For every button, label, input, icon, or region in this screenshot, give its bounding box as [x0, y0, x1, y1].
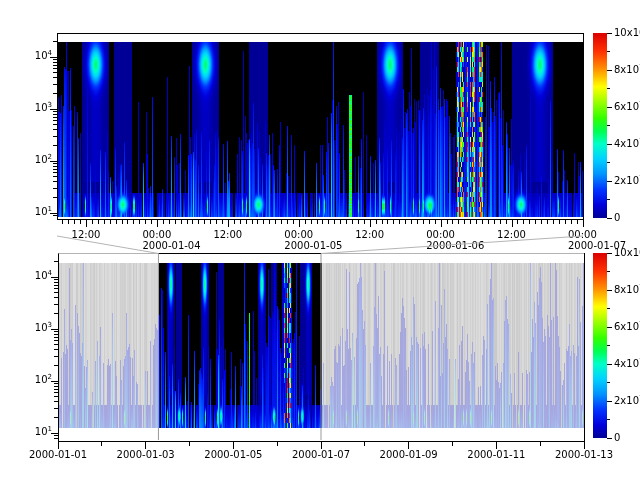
colorbar-tick	[607, 218, 612, 219]
y-tick-major	[51, 433, 58, 434]
x-tick-label: 12:00	[213, 229, 283, 240]
detail-colorbar[interactable]	[593, 33, 607, 218]
x-tick-minor	[577, 220, 578, 224]
colorbar-tick-minor	[607, 308, 610, 309]
x-tick-minor	[506, 220, 507, 224]
x-tick-minor	[358, 220, 359, 224]
colorbar-tick-minor	[607, 345, 610, 346]
colorbar-tick	[607, 327, 612, 328]
x-tick-minor	[376, 220, 377, 224]
x-tick-minor	[322, 220, 323, 224]
y-tick-base: 10	[35, 154, 48, 165]
y-tick-exponent: 4	[48, 269, 52, 277]
y-tick-minor	[54, 285, 58, 286]
y-tick-minor	[54, 389, 58, 390]
y-tick-minor	[54, 401, 58, 402]
y-tick-minor	[53, 59, 57, 60]
x-tick-date: 2000-01-05	[284, 240, 354, 251]
y-tick-major	[51, 329, 58, 330]
context-colorbar[interactable]	[593, 253, 607, 438]
x-tick-minor	[163, 220, 164, 224]
colorbar-label-mantissa: 2x10	[614, 395, 639, 406]
x-tick-major	[583, 220, 584, 227]
y-tick-minor	[54, 417, 58, 418]
x-tick-label: 00:002000-01-05	[284, 229, 354, 251]
y-tick-minor	[53, 129, 57, 130]
y-tick-minor	[54, 344, 58, 345]
colorbar-tick-label: 0	[614, 212, 640, 223]
x-tick-minor	[263, 220, 264, 224]
y-tick-minor	[54, 313, 58, 314]
x-tick-minor	[452, 220, 453, 224]
x-tick-minor	[364, 442, 365, 446]
y-tick-exponent: 1	[48, 205, 52, 213]
y-tick-label: 103	[18, 102, 52, 115]
x-tick-minor	[541, 220, 542, 224]
colorbar-label-mantissa: 6x10	[614, 101, 639, 112]
x-tick-minor	[216, 220, 217, 224]
x-tick-minor	[222, 220, 223, 224]
x-tick-minor	[435, 220, 436, 224]
x-tick-minor	[535, 220, 536, 224]
colorbar-tick-label: 4x107	[614, 138, 640, 151]
y-tick-minor	[53, 136, 57, 137]
y-tick-exponent: 2	[48, 153, 52, 161]
x-tick-minor	[204, 220, 205, 224]
x-tick-minor	[277, 442, 278, 446]
y-tick-label: 104	[18, 50, 52, 63]
colorbar-tick	[607, 70, 612, 71]
x-tick-minor	[293, 220, 294, 224]
colorbar-label-mantissa: 2x10	[614, 175, 639, 186]
x-tick-time: 00:00	[568, 229, 638, 240]
x-tick-minor	[540, 442, 541, 446]
colorbar-tick-label: 0	[614, 432, 640, 443]
x-tick-minor	[287, 220, 288, 224]
colorbar-label-mantissa: 10x10	[614, 247, 640, 258]
x-tick-minor	[387, 220, 388, 224]
x-tick-minor	[68, 220, 69, 224]
x-tick-label: 2000-01-09	[379, 449, 439, 460]
y-tick-minor	[53, 65, 57, 66]
x-tick-minor	[80, 220, 81, 224]
x-tick-minor	[189, 442, 190, 446]
y-tick-minor	[53, 114, 57, 115]
colorbar-tick	[607, 290, 612, 291]
x-tick-minor	[246, 220, 247, 224]
x-tick-minor	[399, 220, 400, 224]
y-tick-minor	[54, 292, 58, 293]
y-tick-minor	[53, 117, 57, 118]
x-tick-minor	[101, 442, 102, 446]
y-tick-minor	[54, 356, 58, 357]
colorbar-tick-minor	[607, 199, 610, 200]
colorbar-tick-label: 4x107	[614, 358, 640, 371]
x-tick-minor	[571, 220, 572, 224]
x-tick-minor	[517, 220, 518, 224]
x-tick-major	[86, 220, 87, 227]
x-tick-minor	[476, 220, 477, 224]
x-tick-label: 00:002000-01-04	[142, 229, 212, 251]
x-tick-minor	[340, 220, 341, 224]
x-tick-minor	[346, 220, 347, 224]
y-tick-exponent: 3	[48, 321, 52, 329]
x-tick-minor	[198, 220, 199, 224]
x-tick-minor	[169, 220, 170, 224]
colorbar-tick-minor	[607, 51, 610, 52]
x-tick-minor	[328, 220, 329, 224]
y-tick-minor	[53, 62, 57, 63]
colorbar-label-mantissa: 10x10	[614, 27, 640, 38]
x-tick-minor	[110, 220, 111, 224]
colorbar-tick-label: 8x107	[614, 64, 640, 77]
x-tick-minor	[494, 220, 495, 224]
x-tick-minor	[411, 220, 412, 224]
y-tick-minor	[53, 166, 57, 167]
colorbar-tick-label: 2x107	[614, 175, 640, 188]
colorbar-label-mantissa: 4x10	[614, 358, 639, 369]
x-tick-minor	[257, 220, 258, 224]
y-tick-base: 10	[35, 50, 48, 61]
x-tick-major	[58, 442, 59, 449]
y-tick-base: 10	[35, 102, 48, 113]
y-tick-minor	[54, 383, 58, 384]
colorbar-label-mantissa: 0	[614, 212, 620, 223]
x-tick-label: 2000-01-05	[203, 449, 263, 460]
x-tick-minor	[352, 220, 353, 224]
